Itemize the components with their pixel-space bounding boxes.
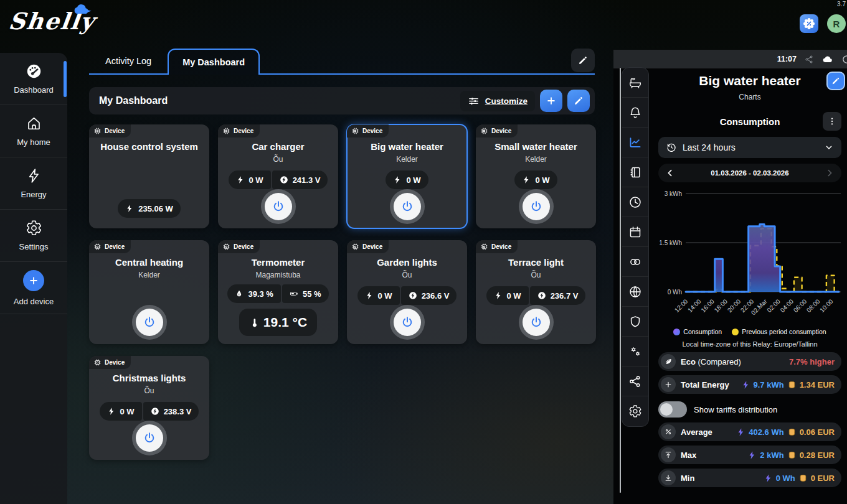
dashboard-headbar: My Dashboard Customize — [89, 87, 595, 114]
bolt-circle-icon — [280, 175, 288, 184]
rail-item-bell[interactable] — [622, 98, 648, 128]
sidebar-item-dashboard[interactable]: Dashboard — [0, 53, 67, 105]
device-card-garden-lights[interactable]: DeviceGarden lightsÕu0 W236.6 V — [347, 240, 467, 344]
device-room: Kelder — [525, 155, 547, 164]
device-card-car-charger[interactable]: DeviceCar chargerÕu0 W241.3 V — [218, 124, 338, 228]
device-badge-label: Device — [362, 243, 382, 250]
row-label: Max — [681, 450, 696, 460]
eco-row[interactable]: Eco (Compared)7.7% higher — [658, 352, 841, 371]
power-button[interactable] — [132, 305, 167, 340]
sidebar-item-my-home[interactable]: My home — [0, 105, 67, 157]
rail-item-link[interactable] — [622, 247, 648, 277]
power-button[interactable] — [390, 189, 425, 224]
rail-item-share-nodes[interactable] — [622, 366, 648, 396]
power-button[interactable] — [390, 305, 425, 340]
globe-icon — [628, 285, 642, 299]
tab-activity-log[interactable]: Activity Log — [89, 49, 168, 75]
more-options-button[interactable] — [823, 112, 841, 131]
device-title: Garden lights — [377, 257, 437, 268]
power-button[interactable] — [261, 189, 296, 224]
power-icon — [401, 316, 414, 329]
chip-icon — [480, 127, 488, 135]
tab-my-dashboard[interactable]: My Dashboard — [168, 49, 260, 75]
legend-previous-period-consumption: Previous period consumption — [732, 328, 826, 335]
add-widget-button[interactable] — [540, 90, 562, 112]
power-icon — [401, 200, 414, 213]
customize-label: Customize — [485, 96, 528, 106]
next-period-button[interactable] — [823, 166, 836, 180]
rail-item-bathtub[interactable] — [622, 68, 648, 98]
app-version: 3.7 — [837, 1, 846, 7]
tariffs-toggle[interactable] — [658, 401, 687, 418]
device-badge-label: Device — [362, 128, 382, 134]
shield-icon — [628, 315, 642, 329]
svg-text:10:00: 10:00 — [818, 297, 835, 314]
svg-text:18:00: 18:00 — [713, 297, 729, 314]
device-card-big-water-heater[interactable]: DeviceBig water heaterKelder0 W — [347, 124, 467, 228]
device-badge: Device — [476, 124, 518, 138]
row-label: Average — [681, 427, 712, 437]
legend-dot — [673, 329, 680, 335]
bolt-grad-icon — [747, 450, 757, 460]
device-room: Õu — [531, 271, 541, 279]
device-badge: Device — [89, 356, 131, 369]
svg-text:04:00: 04:00 — [779, 297, 795, 314]
gear-outline-icon — [26, 220, 42, 236]
panel-statusbar: 11:07 — [613, 50, 847, 68]
refresh-icon[interactable] — [841, 54, 847, 65]
sidebar-item-add-device[interactable]: Add device — [0, 262, 67, 314]
coins-icon — [787, 380, 797, 390]
power-button[interactable] — [519, 305, 554, 340]
edit-tabs-button[interactable] — [571, 49, 595, 72]
previous-period-button[interactable] — [663, 166, 677, 180]
power-button[interactable] — [132, 421, 167, 455]
app-root: Shelly 3.7 R DashboardMy homeEnergySetti… — [0, 0, 847, 504]
sidebar-item-settings[interactable]: Settings — [0, 210, 67, 262]
rail-item-chart-line[interactable] — [622, 128, 648, 157]
row-label: Total Energy — [681, 380, 729, 390]
rail-item-gears[interactable] — [622, 337, 648, 366]
cloud-icon[interactable] — [822, 54, 833, 65]
rail-item-clock[interactable] — [622, 187, 648, 217]
rail-item-globe[interactable] — [622, 277, 648, 307]
rail-item-shield[interactable] — [622, 307, 648, 337]
power-button[interactable] — [519, 189, 554, 224]
device-title: Small water heater — [494, 141, 577, 152]
energy-value: 402.6 Wh — [749, 427, 783, 437]
min-row[interactable]: Min0 Wh0 EUR — [658, 469, 841, 487]
device-card-christmas-lights[interactable]: DeviceChristmas lightsÕu0 W238.3 V — [89, 356, 209, 460]
reading-pill: 235.06 W — [118, 199, 181, 218]
coins-icon — [787, 427, 797, 437]
device-card-terrace-light[interactable]: DeviceTerrace lightÕu0 W236.7 V — [476, 240, 596, 344]
device-card-house-control-system[interactable]: DeviceHouse control system235.06 W — [89, 124, 209, 228]
time-range-dropdown[interactable]: Last 24 hours — [658, 137, 841, 158]
reading-value: 39.3 % — [248, 289, 273, 299]
power-button-inner — [523, 193, 550, 220]
device-title: Terrace light — [508, 257, 564, 268]
total-energy-row[interactable]: Total Energy9.7 kWh1.34 EUR — [658, 375, 841, 394]
consumption-chart: 3 kWh1.5 kWh0 Wh12:0014:0016:0018:0020:0… — [658, 185, 841, 328]
bolt-icon — [125, 204, 134, 213]
rail-item-gear[interactable] — [622, 396, 648, 426]
sidebar-item-energy[interactable]: Energy — [0, 157, 67, 210]
max-row[interactable]: Max2 kWh0.28 EUR — [658, 446, 841, 464]
power-icon — [530, 200, 542, 213]
device-card-termometer[interactable]: DeviceTermometerMagamistuba39.3 %55 %19.… — [218, 240, 338, 344]
device-cards-grid: DeviceHouse control system235.06 WDevice… — [89, 124, 595, 460]
cost-value: 0.06 EUR — [800, 427, 835, 437]
promotions-button[interactable] — [800, 14, 818, 33]
edit-device-button[interactable] — [826, 72, 845, 90]
average-row[interactable]: Average402.6 Wh0.06 EUR — [658, 422, 841, 441]
rail-item-calendar[interactable] — [622, 217, 648, 247]
user-avatar[interactable]: R — [827, 14, 846, 33]
device-card-central-heating[interactable]: DeviceCentral heatingKelder — [89, 240, 209, 344]
share-icon[interactable] — [805, 55, 814, 64]
device-card-small-water-heater[interactable]: DeviceSmall water heaterKelder0 W — [476, 124, 596, 228]
edit-dashboard-button[interactable] — [567, 90, 590, 112]
rail-item-notebook[interactable] — [622, 157, 648, 187]
device-badge-label: Device — [234, 243, 253, 250]
cost-value: 0 EUR — [811, 474, 835, 483]
device-readings: 0 W — [386, 170, 428, 189]
energy-value: 0 Wh — [776, 474, 795, 483]
customize-button[interactable]: Customize — [460, 91, 535, 111]
